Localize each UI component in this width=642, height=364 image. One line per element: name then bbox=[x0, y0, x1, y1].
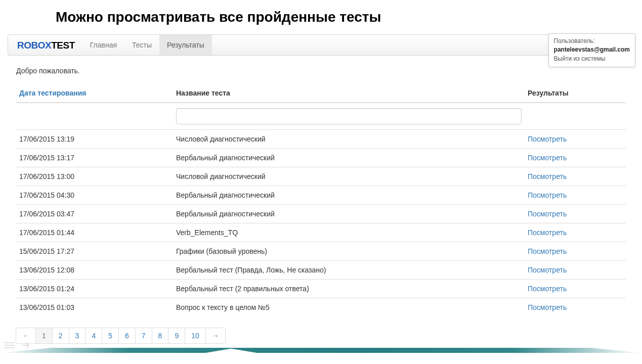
welcome-text: Добро пожаловать. bbox=[16, 67, 626, 75]
page-next[interactable]: → bbox=[205, 328, 226, 344]
svg-rect-1 bbox=[5, 345, 15, 346]
table-row: 17/06/2015 13:17Вербальный диагностическ… bbox=[16, 149, 626, 167]
view-link[interactable]: Посмотреть bbox=[528, 154, 567, 162]
cell-name: Вербальный тест (2 правильных ответа) bbox=[173, 280, 525, 298]
view-link[interactable]: Посмотреть bbox=[528, 172, 567, 180]
brand-part-2: TEST bbox=[51, 40, 75, 51]
table-row: 15/06/2015 17:27Графики (базовый уровень… bbox=[16, 242, 626, 261]
cell-name: Вербальный тест (Правда, Ложь, Не сказан… bbox=[173, 261, 525, 280]
table-row: 17/06/2015 03:47Вербальный диагностическ… bbox=[16, 205, 626, 223]
page-1[interactable]: 1 bbox=[35, 328, 53, 344]
page-3[interactable]: 3 bbox=[69, 328, 86, 344]
arrow-right-icon bbox=[21, 341, 32, 350]
cell-date: 13/06/2015 01:24 bbox=[16, 280, 173, 298]
page-10[interactable]: 10 bbox=[185, 328, 206, 344]
page-title: Можно просматривать все пройденные тесты bbox=[0, 0, 642, 34]
footer-stripe bbox=[0, 348, 642, 353]
view-link[interactable]: Посмотреть bbox=[528, 285, 567, 293]
cell-date: 17/06/2015 03:47 bbox=[16, 205, 173, 223]
cell-date: 17/06/2015 04:30 bbox=[16, 186, 173, 205]
page-7[interactable]: 7 bbox=[135, 328, 152, 344]
cell-date: 17/06/2015 13:17 bbox=[16, 149, 173, 167]
cell-date: 15/06/2015 17:27 bbox=[16, 242, 173, 261]
menu-lines-icon bbox=[4, 341, 15, 350]
page-6[interactable]: 6 bbox=[118, 328, 136, 344]
page-9[interactable]: 9 bbox=[168, 328, 185, 344]
nav-items: ГлавнаяТестыРезультаты bbox=[82, 35, 212, 55]
view-link[interactable]: Посмотреть bbox=[528, 229, 567, 237]
nav-item-1[interactable]: Тесты bbox=[124, 35, 159, 55]
column-header-date[interactable]: Дата тестирования bbox=[16, 84, 173, 103]
results-table: Дата тестирования Название теста Результ… bbox=[16, 84, 626, 316]
column-header-name: Название теста bbox=[173, 84, 525, 103]
table-row: 17/06/2015 04:30Вербальный диагностическ… bbox=[16, 186, 626, 205]
brand-logo[interactable]: ROBOXTEST bbox=[8, 35, 82, 55]
table-row: 13/06/2015 01:24Вербальный тест (2 прави… bbox=[16, 280, 626, 298]
table-row: 17/06/2015 13:19Числовой диагностический… bbox=[16, 130, 626, 149]
user-panel: Пользователь: panteleevstas@gmail.com Вы… bbox=[548, 33, 635, 67]
brand-part-1: ROBOX bbox=[17, 40, 51, 51]
svg-rect-0 bbox=[5, 342, 15, 343]
table-row: 13/06/2015 12:08Вербальный тест (Правда,… bbox=[16, 261, 626, 280]
page-5[interactable]: 5 bbox=[102, 328, 119, 344]
filter-name-input[interactable] bbox=[176, 108, 522, 124]
view-link[interactable]: Посмотреть bbox=[528, 135, 567, 143]
user-email: panteleevstas@gmail.com bbox=[554, 46, 630, 54]
cell-date: 13/06/2015 12:08 bbox=[16, 261, 173, 280]
nav-item-2[interactable]: Результаты bbox=[159, 35, 212, 55]
view-link[interactable]: Посмотреть bbox=[528, 191, 567, 199]
cell-date: 17/06/2015 13:19 bbox=[16, 130, 173, 149]
view-link[interactable]: Посмотреть bbox=[528, 303, 567, 311]
view-link[interactable]: Посмотреть bbox=[528, 247, 567, 255]
pagination: ←12345678910→ bbox=[16, 328, 626, 344]
table-row: 17/06/2015 13:00Числовой диагностический… bbox=[16, 167, 626, 186]
page-8[interactable]: 8 bbox=[152, 328, 169, 344]
svg-rect-2 bbox=[5, 347, 15, 348]
column-header-results: Результаты bbox=[525, 84, 626, 103]
user-label: Пользователь: bbox=[554, 37, 630, 46]
footer-decor bbox=[0, 346, 642, 353]
logout-link[interactable]: Выйти из системы bbox=[554, 55, 606, 63]
cell-name: Числовой диагностический bbox=[173, 130, 525, 149]
cell-date: 17/06/2015 01:44 bbox=[16, 223, 173, 242]
cell-name: Графики (базовый уровень) bbox=[173, 242, 525, 261]
page-2[interactable]: 2 bbox=[52, 328, 69, 344]
cell-name: Вербальный диагностический bbox=[173, 205, 525, 223]
view-link[interactable]: Посмотреть bbox=[528, 266, 567, 274]
navbar: ROBOXTEST ГлавнаяТестыРезультаты Пользов… bbox=[8, 34, 634, 56]
table-row: 17/06/2015 01:44Verb_Elements_TQПосмотре… bbox=[16, 223, 626, 242]
cell-name: Verb_Elements_TQ bbox=[173, 223, 525, 242]
cell-name: Числовой диагностический bbox=[173, 167, 525, 186]
page-4[interactable]: 4 bbox=[85, 328, 102, 344]
cell-date: 17/06/2015 13:00 bbox=[16, 167, 173, 186]
cell-date: 13/06/2015 01:03 bbox=[16, 298, 173, 317]
cell-name: Вербальный диагностический bbox=[173, 149, 525, 167]
table-row: 13/06/2015 01:03Вопрос к тексту в целом … bbox=[16, 298, 626, 317]
cell-name: Вопрос к тексту в целом №5 bbox=[173, 298, 525, 317]
view-link[interactable]: Посмотреть bbox=[528, 210, 567, 218]
cell-name: Вербальный диагностический bbox=[173, 186, 525, 205]
nav-item-0[interactable]: Главная bbox=[82, 35, 124, 55]
